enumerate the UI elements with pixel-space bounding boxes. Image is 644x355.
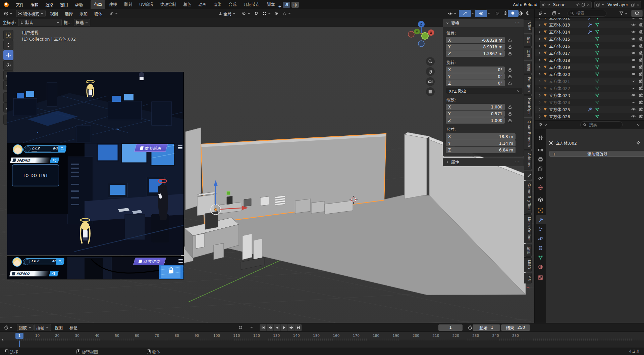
search-magnifier-button[interactable] bbox=[58, 145, 67, 152]
cursor-tool[interactable] bbox=[3, 40, 13, 50]
attributes-panel[interactable]: 属性 :::: bbox=[443, 158, 524, 166]
next-keyframe-button[interactable] bbox=[288, 324, 295, 331]
visibility-eye-icon[interactable] bbox=[631, 30, 636, 34]
tab-particles[interactable] bbox=[535, 225, 546, 233]
chevron-down-icon[interactable] bbox=[547, 3, 550, 6]
current-frame-field[interactable]: 1 bbox=[438, 324, 463, 331]
axis-neg-x-ball[interactable] bbox=[408, 31, 414, 37]
outliner-search-input[interactable] bbox=[576, 11, 604, 16]
lock-icon[interactable] bbox=[508, 118, 512, 123]
outliner-row[interactable]: 立方体.020 bbox=[535, 71, 644, 78]
visibility-eye-icon[interactable] bbox=[631, 86, 636, 90]
transform-panel-header[interactable]: 变换 :::: bbox=[443, 19, 524, 27]
tab-object-data[interactable] bbox=[535, 253, 546, 262]
object-name[interactable]: 立方体.018 bbox=[549, 57, 570, 63]
location-y-field[interactable]: Y8.9918 m bbox=[446, 44, 505, 50]
blender-logo-icon[interactable] bbox=[3, 2, 10, 7]
timeline-menu-插帧[interactable]: 插帧 bbox=[34, 324, 51, 331]
camera-view-button[interactable] bbox=[426, 77, 435, 86]
object-name[interactable]: 立方体.023 bbox=[549, 92, 570, 98]
visibility-eye-icon[interactable] bbox=[631, 65, 636, 69]
n-tab-视图[interactable]: 视图 bbox=[524, 61, 532, 74]
tab-scene[interactable] bbox=[535, 174, 546, 182]
outliner-row[interactable]: 立方体.026 bbox=[535, 113, 644, 120]
axis-neg-z-ball[interactable] bbox=[418, 41, 424, 47]
render-visibility-icon[interactable] bbox=[639, 100, 643, 104]
workspace-tab-动画[interactable]: 动画 bbox=[195, 0, 210, 9]
viewlayer-icon[interactable] bbox=[596, 3, 600, 7]
collapse-icon[interactable] bbox=[446, 21, 449, 25]
timeline-collapse-chevron[interactable] bbox=[1, 339, 4, 342]
expand-chevron-icon[interactable] bbox=[538, 65, 541, 69]
last-tool-dropdown[interactable] bbox=[107, 10, 120, 17]
new-viewlayer-icon[interactable] bbox=[631, 3, 635, 7]
outliner-row[interactable]: 立方体.014 bbox=[535, 28, 644, 35]
object-name[interactable]: 立方体.020 bbox=[549, 71, 570, 77]
n-tab-Mesh Online[interactable]: Mesh Online bbox=[524, 214, 532, 243]
rotation-x-field[interactable]: X0° bbox=[446, 66, 505, 73]
proportional-edit-toggle[interactable] bbox=[272, 10, 280, 17]
player-avatar[interactable] bbox=[13, 144, 23, 154]
viewport-menu-物体[interactable]: 物体 bbox=[91, 10, 105, 17]
editor-type-button[interactable] bbox=[536, 10, 549, 17]
scale-z-field[interactable]: Z1.000 bbox=[446, 117, 505, 124]
play-button[interactable] bbox=[281, 324, 288, 331]
outliner-row[interactable]: 立方体.021 bbox=[535, 78, 644, 85]
n-tab-M3[interactable]: M3 bbox=[524, 273, 532, 284]
expand-chevron-icon[interactable] bbox=[538, 30, 541, 34]
axis-neg-y-ball[interactable] bbox=[422, 33, 428, 39]
scale-y-field[interactable]: Y0.571 bbox=[446, 110, 505, 117]
properties-options-dropdown[interactable] bbox=[635, 121, 642, 129]
menu-帮助[interactable]: 帮助 bbox=[72, 0, 86, 9]
coord-system-dropdown[interactable]: 默认 bbox=[18, 19, 62, 26]
timeline-menu-回放[interactable]: 回放 bbox=[17, 324, 34, 331]
menu-渲染[interactable]: 渲染 bbox=[42, 0, 56, 9]
tab-object[interactable] bbox=[535, 206, 546, 215]
auto-keying-toggle[interactable] bbox=[235, 324, 246, 331]
pin-icon[interactable] bbox=[576, 3, 580, 7]
render-visibility-icon[interactable] bbox=[639, 18, 643, 20]
visibility-dropdown[interactable] bbox=[446, 10, 459, 17]
scale-x-field[interactable]: X1.000 bbox=[446, 104, 505, 110]
chapter-end-button-small[interactable]: 章节结束 bbox=[133, 258, 166, 265]
play-reverse-button[interactable] bbox=[274, 324, 281, 331]
frame-end-field[interactable]: 结束250 bbox=[501, 324, 530, 331]
addon-b-button[interactable]: B bbox=[283, 2, 290, 8]
outliner-row[interactable]: 立方体.016 bbox=[535, 42, 644, 49]
n-tab-条目[interactable]: 条目 bbox=[524, 34, 532, 47]
object-name[interactable]: 立方体.019 bbox=[549, 64, 570, 70]
n-tab-bone-icon[interactable] bbox=[524, 171, 532, 180]
tab-collection[interactable] bbox=[535, 195, 546, 204]
visibility-eye-icon[interactable] bbox=[631, 72, 636, 76]
shading-rendered-button[interactable] bbox=[523, 10, 533, 17]
outliner-row[interactable]: 立方体.022 bbox=[535, 85, 644, 92]
workspace-tab-雕刻[interactable]: 雕刻 bbox=[121, 0, 136, 9]
memo-search-button[interactable] bbox=[50, 158, 59, 163]
workspace-tab-布局[interactable]: 布局 bbox=[91, 0, 105, 9]
workspace-tab-脚本[interactable]: 脚本 bbox=[263, 0, 278, 9]
workspace-tab-建模[interactable]: 建模 bbox=[106, 0, 120, 9]
jump-to-end-button[interactable] bbox=[295, 324, 302, 331]
object-name[interactable]: 立方体.016 bbox=[549, 43, 570, 49]
object-name[interactable]: 立方体.017 bbox=[549, 50, 570, 56]
visibility-eye-icon[interactable] bbox=[631, 18, 636, 20]
object-name[interactable]: 立方体.026 bbox=[549, 114, 570, 119]
object-name[interactable]: 立方体.013 bbox=[549, 22, 570, 28]
new-scene-icon[interactable] bbox=[581, 3, 585, 7]
lock-icon[interactable] bbox=[508, 68, 512, 72]
scene-name[interactable]: Scene bbox=[552, 2, 575, 7]
viewlayer-name[interactable]: ViewLayer bbox=[606, 2, 630, 7]
snap-target-dropdown[interactable] bbox=[260, 10, 273, 17]
render-visibility-icon[interactable] bbox=[639, 114, 643, 119]
scene-icon[interactable] bbox=[542, 3, 546, 7]
visibility-eye-icon[interactable] bbox=[631, 23, 636, 27]
select-box-tool[interactable] bbox=[3, 30, 13, 40]
workspace-tab-渲染[interactable]: 渲染 bbox=[210, 0, 225, 9]
outliner-row[interactable]: 立方体.012 bbox=[535, 18, 644, 21]
viewport-3d[interactable]: 物体模式 视图选择添加物体 全局 bbox=[0, 9, 534, 323]
expand-chevron-icon[interactable] bbox=[538, 101, 541, 104]
location-z-field[interactable]: Z1.3867 m bbox=[446, 50, 505, 57]
n-tab-MMD[interactable]: MMD bbox=[524, 257, 532, 272]
object-name[interactable]: 立方体.025 bbox=[549, 106, 570, 112]
expand-chevron-icon[interactable] bbox=[538, 58, 541, 62]
